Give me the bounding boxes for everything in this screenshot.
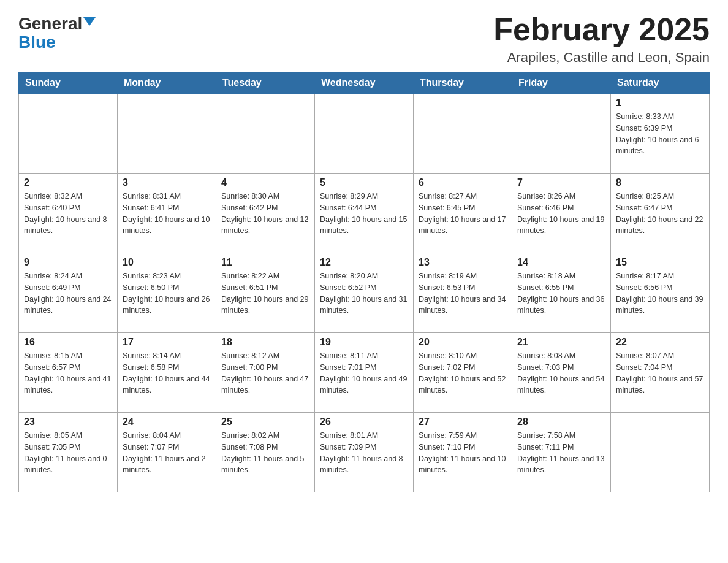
day-info: Sunrise: 8:14 AMSunset: 6:58 PMDaylight:… (123, 350, 211, 396)
day-number: 26 (320, 416, 408, 427)
calendar-day-cell: 15Sunrise: 8:17 AMSunset: 6:56 PMDayligh… (611, 253, 710, 333)
calendar-day-cell (216, 94, 315, 174)
day-number: 23 (24, 416, 112, 427)
calendar-table: SundayMondayTuesdayWednesdayThursdayFrid… (18, 72, 710, 492)
calendar-day-cell: 4Sunrise: 8:30 AMSunset: 6:42 PMDaylight… (216, 174, 315, 253)
calendar-day-cell: 10Sunrise: 8:23 AMSunset: 6:50 PMDayligh… (118, 253, 216, 333)
calendar-day-cell: 12Sunrise: 8:20 AMSunset: 6:52 PMDayligh… (315, 253, 414, 333)
day-number: 5 (320, 177, 408, 188)
day-info: Sunrise: 8:33 AMSunset: 6:39 PMDaylight:… (616, 111, 704, 157)
day-info: Sunrise: 8:27 AMSunset: 6:45 PMDaylight:… (419, 191, 507, 237)
calendar-day-cell: 9Sunrise: 8:24 AMSunset: 6:49 PMDaylight… (19, 253, 118, 333)
logo: General Blue (18, 12, 96, 52)
day-of-week-header: Saturday (611, 72, 710, 94)
day-info: Sunrise: 8:15 AMSunset: 6:57 PMDaylight:… (24, 350, 112, 396)
calendar-week-row: 23Sunrise: 8:05 AMSunset: 7:05 PMDayligh… (19, 413, 710, 492)
day-number: 28 (517, 416, 605, 427)
day-info: Sunrise: 8:05 AMSunset: 7:05 PMDaylight:… (24, 430, 112, 476)
calendar-day-cell: 1Sunrise: 8:33 AMSunset: 6:39 PMDaylight… (611, 94, 710, 174)
calendar-day-cell: 11Sunrise: 8:22 AMSunset: 6:51 PMDayligh… (216, 253, 315, 333)
day-number: 4 (221, 177, 309, 188)
calendar-day-cell (118, 94, 216, 174)
calendar-day-cell: 14Sunrise: 8:18 AMSunset: 6:55 PMDayligh… (512, 253, 611, 333)
calendar-day-cell: 6Sunrise: 8:27 AMSunset: 6:45 PMDaylight… (414, 174, 512, 253)
day-info: Sunrise: 8:11 AMSunset: 7:01 PMDaylight:… (320, 350, 408, 396)
calendar-subtitle: Arapiles, Castille and Leon, Spain (493, 50, 710, 66)
day-info: Sunrise: 8:12 AMSunset: 7:00 PMDaylight:… (221, 350, 309, 396)
calendar-day-cell: 26Sunrise: 8:01 AMSunset: 7:09 PMDayligh… (315, 413, 414, 492)
calendar-day-cell: 27Sunrise: 7:59 AMSunset: 7:10 PMDayligh… (414, 413, 512, 492)
day-info: Sunrise: 8:01 AMSunset: 7:09 PMDaylight:… (320, 430, 408, 476)
day-info: Sunrise: 7:59 AMSunset: 7:10 PMDaylight:… (419, 430, 507, 476)
calendar-week-row: 9Sunrise: 8:24 AMSunset: 6:49 PMDaylight… (19, 253, 710, 333)
day-info: Sunrise: 8:02 AMSunset: 7:08 PMDaylight:… (221, 430, 309, 476)
day-number: 3 (123, 177, 211, 188)
title-area: February 2025 Arapiles, Castille and Leo… (493, 12, 710, 66)
day-info: Sunrise: 8:08 AMSunset: 7:03 PMDaylight:… (517, 350, 605, 396)
day-number: 9 (24, 257, 112, 268)
day-number: 7 (517, 177, 605, 188)
day-number: 19 (320, 337, 408, 348)
day-number: 16 (24, 337, 112, 348)
day-info: Sunrise: 8:23 AMSunset: 6:50 PMDaylight:… (123, 270, 211, 316)
day-number: 20 (419, 337, 507, 348)
calendar-day-cell (19, 94, 118, 174)
logo-triangle-icon (83, 17, 96, 26)
day-of-week-header: Monday (118, 72, 216, 94)
calendar-day-cell (315, 94, 414, 174)
calendar-day-cell: 16Sunrise: 8:15 AMSunset: 6:57 PMDayligh… (19, 333, 118, 413)
day-info: Sunrise: 8:32 AMSunset: 6:40 PMDaylight:… (24, 191, 112, 237)
calendar-day-cell: 21Sunrise: 8:08 AMSunset: 7:03 PMDayligh… (512, 333, 611, 413)
calendar-day-cell: 13Sunrise: 8:19 AMSunset: 6:53 PMDayligh… (414, 253, 512, 333)
day-of-week-header: Thursday (414, 72, 512, 94)
day-number: 24 (123, 416, 211, 427)
day-of-week-header: Sunday (19, 72, 118, 94)
day-number: 12 (320, 257, 408, 268)
day-number: 21 (517, 337, 605, 348)
day-number: 27 (419, 416, 507, 427)
logo-general: General (18, 15, 82, 33)
day-number: 8 (616, 177, 704, 188)
day-info: Sunrise: 8:30 AMSunset: 6:42 PMDaylight:… (221, 191, 309, 237)
day-info: Sunrise: 8:19 AMSunset: 6:53 PMDaylight:… (419, 270, 507, 316)
day-number: 1 (616, 98, 704, 109)
day-number: 22 (616, 337, 704, 348)
header: General Blue February 2025 Arapiles, Cas… (18, 12, 710, 66)
calendar-day-cell: 3Sunrise: 8:31 AMSunset: 6:41 PMDaylight… (118, 174, 216, 253)
day-number: 18 (221, 337, 309, 348)
day-info: Sunrise: 8:20 AMSunset: 6:52 PMDaylight:… (320, 270, 408, 316)
day-number: 13 (419, 257, 507, 268)
day-number: 17 (123, 337, 211, 348)
day-info: Sunrise: 8:04 AMSunset: 7:07 PMDaylight:… (123, 430, 211, 476)
calendar-day-cell (611, 413, 710, 492)
day-number: 2 (24, 177, 112, 188)
day-info: Sunrise: 8:26 AMSunset: 6:46 PMDaylight:… (517, 191, 605, 237)
day-info: Sunrise: 8:17 AMSunset: 6:56 PMDaylight:… (616, 270, 704, 316)
day-info: Sunrise: 8:29 AMSunset: 6:44 PMDaylight:… (320, 191, 408, 237)
calendar-day-cell: 24Sunrise: 8:04 AMSunset: 7:07 PMDayligh… (118, 413, 216, 492)
day-info: Sunrise: 8:18 AMSunset: 6:55 PMDaylight:… (517, 270, 605, 316)
calendar-day-cell: 23Sunrise: 8:05 AMSunset: 7:05 PMDayligh… (19, 413, 118, 492)
calendar-day-cell: 19Sunrise: 8:11 AMSunset: 7:01 PMDayligh… (315, 333, 414, 413)
day-info: Sunrise: 7:58 AMSunset: 7:11 PMDaylight:… (517, 430, 605, 476)
calendar-title: February 2025 (493, 12, 710, 47)
calendar-day-cell (512, 94, 611, 174)
day-of-week-header: Friday (512, 72, 611, 94)
day-info: Sunrise: 8:25 AMSunset: 6:47 PMDaylight:… (616, 191, 704, 237)
calendar-day-cell: 5Sunrise: 8:29 AMSunset: 6:44 PMDaylight… (315, 174, 414, 253)
day-number: 11 (221, 257, 309, 268)
calendar-day-cell (414, 94, 512, 174)
day-info: Sunrise: 8:24 AMSunset: 6:49 PMDaylight:… (24, 270, 112, 316)
logo-blue: Blue (18, 33, 56, 52)
day-of-week-header: Wednesday (315, 72, 414, 94)
calendar-day-cell: 8Sunrise: 8:25 AMSunset: 6:47 PMDaylight… (611, 174, 710, 253)
calendar-day-cell: 22Sunrise: 8:07 AMSunset: 7:04 PMDayligh… (611, 333, 710, 413)
calendar-day-cell: 25Sunrise: 8:02 AMSunset: 7:08 PMDayligh… (216, 413, 315, 492)
day-number: 10 (123, 257, 211, 268)
day-info: Sunrise: 8:31 AMSunset: 6:41 PMDaylight:… (123, 191, 211, 237)
calendar-day-cell: 2Sunrise: 8:32 AMSunset: 6:40 PMDaylight… (19, 174, 118, 253)
day-info: Sunrise: 8:10 AMSunset: 7:02 PMDaylight:… (419, 350, 507, 396)
calendar-week-row: 2Sunrise: 8:32 AMSunset: 6:40 PMDaylight… (19, 174, 710, 253)
calendar-day-cell: 28Sunrise: 7:58 AMSunset: 7:11 PMDayligh… (512, 413, 611, 492)
calendar-day-cell: 7Sunrise: 8:26 AMSunset: 6:46 PMDaylight… (512, 174, 611, 253)
